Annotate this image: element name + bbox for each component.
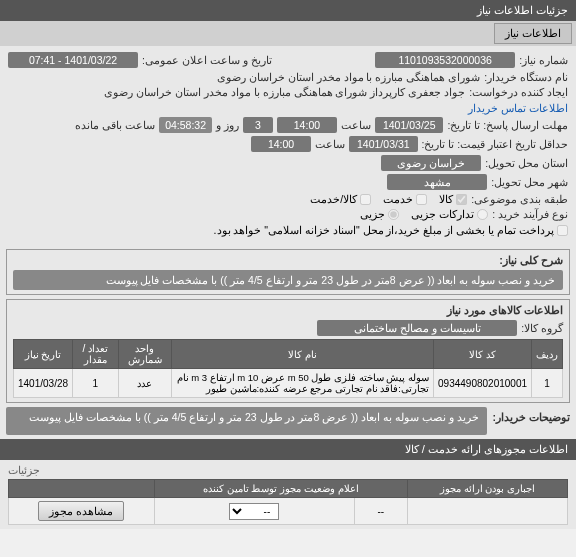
buyer-note-label: توضیحات خریدار: xyxy=(493,407,570,423)
cell-name: سوله پیش ساخته فلزی طول m 50 عرض m 10 ار… xyxy=(171,369,433,398)
permits-header: اطلاعات مجوزهای ارائه خدمت / کالا xyxy=(0,439,576,460)
min-valid-label: حداقل تاریخ اعتبار قیمت: تا تاریخ: xyxy=(422,138,568,150)
radio-proc2 xyxy=(388,209,399,220)
time-label-1: ساعت xyxy=(341,119,371,131)
permit-select-cell: -- xyxy=(154,498,354,525)
cell-unit: عدد xyxy=(118,369,171,398)
cell-qty: 1 xyxy=(73,369,118,398)
table-row: 1 0934490802010001 سوله پیش ساخته فلزی ط… xyxy=(14,369,563,398)
permit-dash: -- xyxy=(354,498,407,525)
desc-title: شرح کلی نیاز: xyxy=(13,254,563,267)
creator-value: جواد جعفری کارپرداز شورای هماهنگی مبارزه… xyxy=(104,86,465,98)
days-value: 3 xyxy=(243,117,273,133)
col-row: ردیف xyxy=(532,340,563,369)
city-label: شهر محل تحویل: xyxy=(491,176,568,188)
col-status: اعلام وضعیت مجوز توسط تامین کننده xyxy=(154,480,407,498)
remain-label: ساعت باقی مانده xyxy=(75,119,155,131)
group-label: گروه کالا: xyxy=(521,322,563,334)
announce-value: 1401/03/22 - 07:41 xyxy=(8,52,138,68)
permit-select[interactable]: -- xyxy=(229,503,279,520)
process-label: نوع فرآیند خرید : xyxy=(492,208,568,220)
deadline-label: مهلت ارسال پاسخ: تا تاریخ: xyxy=(447,119,568,131)
tab-bar: اطلاعات نیاز xyxy=(0,21,576,46)
col-date: تاریخ نیاز xyxy=(14,340,73,369)
days-label: روز و xyxy=(216,119,239,131)
radio-proc1 xyxy=(477,209,488,220)
chk-both-label: کالا/خدمت xyxy=(310,193,357,205)
items-fieldset: اطلاعات کالاهای مورد نیاز گروه کالا: تاس… xyxy=(6,299,570,403)
deadline-time: 14:00 xyxy=(277,117,337,133)
col-required: اجباری بودن ارائه مجوز xyxy=(407,480,567,498)
cell-date: 1401/03/28 xyxy=(14,369,73,398)
permits-area: جزئیات اجباری بودن ارائه مجوز اعلام وضعی… xyxy=(0,460,576,529)
radio-proc2-label: جزیی xyxy=(360,208,385,220)
items-title: اطلاعات کالاهای مورد نیاز xyxy=(13,304,563,317)
tab-info[interactable]: اطلاعات نیاز xyxy=(494,23,572,44)
chk-service xyxy=(416,194,427,205)
cell-code: 0934490802010001 xyxy=(434,369,532,398)
radio-proc1-label: تدارکات جزیی xyxy=(411,208,474,220)
col-qty: تعداد / مقدار xyxy=(73,340,118,369)
group-value: تاسیسات و مصالح ساختمانی xyxy=(317,320,517,336)
permit-required-cell xyxy=(407,498,567,525)
permits-details[interactable]: جزئیات xyxy=(8,464,40,476)
permit-row: -- -- مشاهده مجوز xyxy=(9,498,568,525)
chk-treasury xyxy=(557,225,568,236)
province-label: استان محل تحویل: xyxy=(485,157,568,169)
contact-link[interactable]: اطلاعات تماس خریدار xyxy=(468,102,568,114)
chk-both xyxy=(360,194,371,205)
announce-label: تاریخ و ساعت اعلان عمومی: xyxy=(142,54,272,66)
creator-label: ایجاد کننده درخواست: xyxy=(469,86,568,98)
buyer-label: نام دستگاه خریدار: xyxy=(484,71,568,83)
process-note: پرداخت تمام یا بخشی از مبلغ خرید،از محل … xyxy=(214,224,554,236)
col-empty xyxy=(9,480,155,498)
table-header-row: ردیف کد کالا نام کالا واحد شمارش تعداد /… xyxy=(14,340,563,369)
col-code: کد کالا xyxy=(434,340,532,369)
page-header: جزئیات اطلاعات نیاز xyxy=(0,0,576,21)
cell-row: 1 xyxy=(532,369,563,398)
permits-table: اجباری بودن ارائه مجوز اعلام وضعیت مجوز … xyxy=(8,479,568,525)
buyer-note-row: توضیحات خریدار: خرید و نصب سوله به ابعاد… xyxy=(6,407,570,435)
permits-title: اطلاعات مجوزهای ارائه خدمت / کالا xyxy=(405,443,568,455)
need-no-label: شماره نیاز: xyxy=(519,54,568,66)
col-name: نام کالا xyxy=(171,340,433,369)
topic-label: طبقه بندی موضوعی: xyxy=(471,193,568,205)
desc-fieldset: شرح کلی نیاز: خرید و نصب سوله به ابعاد (… xyxy=(6,249,570,295)
items-table: ردیف کد کالا نام کالا واحد شمارش تعداد /… xyxy=(13,339,563,398)
buyer-note-text: خرید و نصب سوله به ابعاد (( عرض 8متر در … xyxy=(6,407,487,435)
countdown: 04:58:32 xyxy=(159,117,212,133)
chk-service-label: خدمت xyxy=(383,193,413,205)
min-valid-date: 1401/03/31 xyxy=(349,136,418,152)
province-value: خراسان رضوی xyxy=(381,155,481,171)
desc-text: خرید و نصب سوله به ابعاد (( عرض 8متر در … xyxy=(13,270,563,290)
page-title: جزئیات اطلاعات نیاز xyxy=(477,4,568,16)
min-valid-time: 14:00 xyxy=(251,136,311,152)
city-value: مشهد xyxy=(387,174,487,190)
chk-kala xyxy=(456,194,467,205)
time-label-2: ساعت xyxy=(315,138,345,150)
form-area: شماره نیاز: 1101093532000036 تاریخ و ساع… xyxy=(0,46,576,245)
need-no-value: 1101093532000036 xyxy=(375,52,515,68)
view-permit-button[interactable]: مشاهده مجوز xyxy=(38,501,124,521)
chk-kala-label: کالا xyxy=(439,193,453,205)
col-unit: واحد شمارش xyxy=(118,340,171,369)
deadline-date: 1401/03/25 xyxy=(375,117,444,133)
buyer-value: شورای هماهنگی مبارزه با مواد مخدر استان … xyxy=(217,71,480,83)
permit-btn-cell: مشاهده مجوز xyxy=(9,498,155,525)
